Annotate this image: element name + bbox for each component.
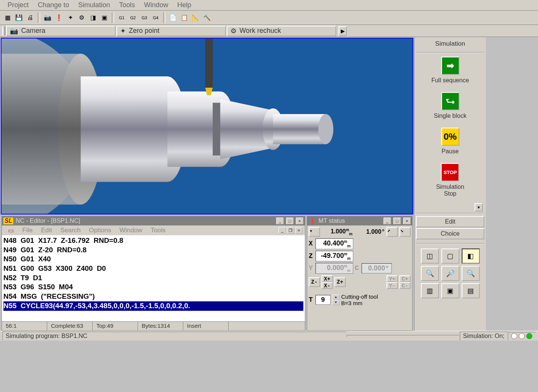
3d-viewport[interactable] xyxy=(1,38,413,215)
tool-collision-icon[interactable]: ◨ xyxy=(88,12,98,23)
editor-menu-options[interactable]: Options xyxy=(85,226,115,235)
separator xyxy=(163,12,165,23)
code-line[interactable]: N52 T9 D1 xyxy=(3,273,303,283)
tool-machine-icon[interactable]: ▣ xyxy=(99,12,110,23)
tool-camera-icon[interactable]: 📷 xyxy=(42,12,53,23)
code-line[interactable]: N55 CYCLE93(44.97,-53,4,3.485,0,0,0,-1.5… xyxy=(3,301,303,311)
layout-3-icon[interactable]: ▤ xyxy=(462,283,480,298)
editor-menu-tools[interactable]: Tools xyxy=(147,226,170,235)
choice-button[interactable]: Choice xyxy=(416,228,484,239)
led-white xyxy=(511,333,517,339)
menu-help[interactable]: Help xyxy=(173,0,196,11)
tool-zero-icon[interactable]: ✦ xyxy=(65,12,76,23)
c-label: C xyxy=(355,264,360,272)
c-plus-button[interactable]: C+ xyxy=(399,275,411,282)
code-line[interactable]: N48 G01 X17.7 Z-16.792 RND=0.8 xyxy=(3,236,303,245)
y-minus-button[interactable]: Y- xyxy=(386,282,398,289)
tool-grid-icon[interactable]: ▦ xyxy=(2,12,13,23)
close-button[interactable]: × xyxy=(296,218,303,224)
panel-expand-button[interactable]: ▾ xyxy=(475,203,483,211)
editor-menu-edit[interactable]: Edit xyxy=(37,226,56,235)
simulation-stop-button[interactable]: STOP xyxy=(441,163,459,181)
tool-exclaim-icon[interactable]: ❗ xyxy=(54,12,64,23)
svg-point-12 xyxy=(318,114,333,144)
view-wire-icon[interactable]: ▢ xyxy=(441,248,459,264)
c-minus-button[interactable]: C- xyxy=(399,282,411,289)
menu-project[interactable]: Project xyxy=(3,0,33,11)
code-line[interactable]: N54 MSG ("RECESSING") xyxy=(3,292,303,301)
z-minus-button[interactable]: Z- xyxy=(309,277,320,287)
menu-tools[interactable]: Tools xyxy=(114,0,139,11)
workpiece-render xyxy=(2,39,413,214)
zoom-out-icon[interactable]: 🔍 xyxy=(462,266,480,281)
menu-simulation[interactable]: Simulation xyxy=(74,0,114,11)
svg-rect-8 xyxy=(213,103,220,156)
full-sequence-button[interactable]: ➡ xyxy=(441,57,459,75)
tool-spinner[interactable]: ▲▼ xyxy=(332,295,340,305)
mt-diag1-button[interactable]: ⬈ xyxy=(386,227,398,237)
grip-handle[interactable] xyxy=(2,26,5,35)
editor-menu-window[interactable]: Window xyxy=(116,226,146,235)
single-block-button[interactable]: ⮑ xyxy=(441,92,459,110)
code-editor[interactable]: N48 G01 X17.7 Z-16.792 RND=0.8N49 G01 Z-… xyxy=(2,235,305,321)
tool-rechuck-icon[interactable]: ⚙ xyxy=(76,12,87,23)
layout-1-icon[interactable]: ▥ xyxy=(421,283,439,298)
mt-dropdown[interactable]: ▾ xyxy=(309,227,320,237)
minimize-button[interactable]: _ xyxy=(383,218,391,224)
tool-print-icon[interactable]: 🖨 xyxy=(25,12,36,23)
tabs-scroll-right[interactable]: ▶ xyxy=(339,26,347,36)
editor-menu-file[interactable]: File xyxy=(19,226,36,235)
tool-g3-icon[interactable]: G3 xyxy=(139,12,150,23)
editor-menubar: ▭ File Edit Search Options Window Tools … xyxy=(2,225,305,235)
tool-hammer-icon[interactable]: 🔨 xyxy=(202,12,212,23)
mt-scale2: 1.000 xyxy=(366,228,381,235)
tab-work-rechuck[interactable]: ⚙ Work rechuck xyxy=(227,26,336,36)
x-minus-button[interactable]: X- xyxy=(322,282,333,289)
layout-2-icon[interactable]: ▣ xyxy=(441,283,459,298)
code-line[interactable]: N51 G00 G53 X300 Z400 D0 xyxy=(3,264,303,273)
editor-app-icon: SL xyxy=(3,218,13,224)
maximize-button[interactable]: □ xyxy=(393,218,401,224)
zoom-in-icon[interactable]: 🔎 xyxy=(441,266,459,281)
tool-g4-icon[interactable]: G4 xyxy=(150,12,161,23)
close-button[interactable]: × xyxy=(403,218,411,224)
mt-titlebar[interactable]: ❗ MT status _ □ × xyxy=(307,216,412,225)
minimize-button[interactable]: _ xyxy=(276,218,284,224)
status-top: Top:49 xyxy=(93,322,138,330)
mdi-close-button[interactable]: × xyxy=(295,227,303,234)
view-iso-icon[interactable]: ◫ xyxy=(421,248,439,264)
tool-clipboard-icon[interactable]: 📋 xyxy=(179,12,190,23)
menu-changeto[interactable]: Change to xyxy=(33,0,74,11)
tool-measure-icon[interactable]: 📐 xyxy=(190,12,201,23)
code-line[interactable]: N49 G01 Z-20 RND=0.8 xyxy=(3,245,303,255)
z-plus-button[interactable]: Z+ xyxy=(334,277,346,287)
menu-window[interactable]: Window xyxy=(139,0,173,11)
tool-g2-icon[interactable]: G2 xyxy=(128,12,138,23)
code-line[interactable]: N50 G01 X40 xyxy=(3,255,303,264)
tab-camera[interactable]: 📷 Camera xyxy=(6,26,116,36)
pause-button[interactable]: 0% xyxy=(441,128,459,146)
mdi-minimize-button[interactable]: _ xyxy=(278,227,286,234)
side-button-label: Full sequence xyxy=(431,77,469,84)
zoom-fit-icon[interactable]: 🔍 xyxy=(421,266,439,281)
mt-diag2-button[interactable]: ⬊ xyxy=(399,227,411,237)
status-complete: Complete:63 xyxy=(47,322,93,330)
side-title: Simulation xyxy=(435,39,465,51)
edit-button[interactable]: Edit xyxy=(416,216,484,227)
tool-g1-icon[interactable]: G1 xyxy=(116,12,127,23)
tool-save-icon[interactable]: 💾 xyxy=(14,12,24,23)
tab-zero-point[interactable]: ✦ Zero point xyxy=(116,26,226,36)
x-plus-button[interactable]: X+ xyxy=(322,275,333,282)
editor-menu-search[interactable]: Search xyxy=(57,226,85,235)
y-plus-button[interactable]: Y+ xyxy=(386,275,398,282)
y-label: Y xyxy=(309,264,314,272)
mdi-restore-button[interactable]: ❐ xyxy=(287,227,294,234)
svg-rect-13 xyxy=(205,39,213,91)
y-value: 0.000mm xyxy=(315,263,353,274)
code-line[interactable]: N53 G96 S150 M04 xyxy=(3,282,303,292)
tool-print2-icon[interactable]: 📄 xyxy=(168,12,178,23)
editor-titlebar[interactable]: SL NC - Editor - [BSP1.NC] _ □ × xyxy=(2,216,305,225)
c-value: 0.000° xyxy=(362,263,392,273)
view-shade-icon[interactable]: ◧ xyxy=(462,248,480,264)
maximize-button[interactable]: □ xyxy=(286,218,294,224)
